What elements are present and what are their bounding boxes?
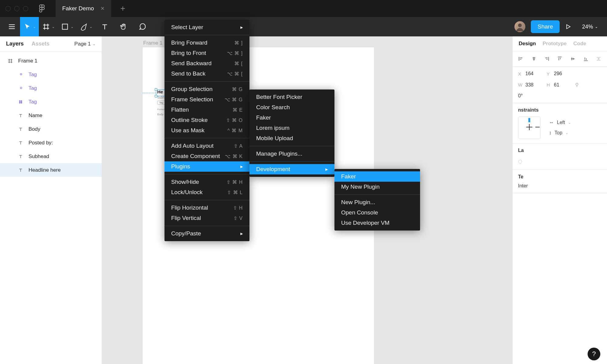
canvas-tag[interactable]: Tag xyxy=(157,101,165,105)
layer-section: La ◌ xyxy=(513,143,607,170)
menu-item-bring-forward[interactable]: Bring Forward⌘ ] xyxy=(164,38,249,48)
menu-item-new-plugin[interactable]: New Plugin... xyxy=(334,197,420,207)
menu-item-mask[interactable]: Use as Mask^ ⌘ M xyxy=(164,125,249,136)
menu-item-bring-front[interactable]: Bring to Front⌥ ⌘ ] xyxy=(164,48,249,58)
menu-item-development[interactable]: Development▶ xyxy=(249,164,334,174)
chevron-down-icon: ⌄ xyxy=(90,25,92,29)
help-button[interactable]: ? xyxy=(588,348,600,360)
menu-item-dev-vm[interactable]: Use Developer VM xyxy=(334,218,420,228)
prop-h-value[interactable]: 61 xyxy=(554,82,575,88)
menu-item-auto-layout[interactable]: Add Auto Layout⇧ A xyxy=(164,141,249,151)
menu-item-manage-plugins[interactable]: Manage Plugins... xyxy=(249,149,334,159)
constraint-box[interactable] xyxy=(518,116,541,139)
tab-design[interactable]: Design xyxy=(519,41,536,47)
transform-properties: X 164 Y 296 W 338 H 61 ⚲ R 0° xyxy=(513,67,607,103)
align-bottom-icon[interactable] xyxy=(583,56,589,62)
canvas-text-posted[interactable]: Posted xyxy=(157,108,165,111)
figma-logo-icon[interactable] xyxy=(39,4,45,13)
menu-item-lock[interactable]: Lock/Unlock⇧ ⌘ L xyxy=(164,187,249,197)
menu-item-send-backward[interactable]: Send Backward⌘ [ xyxy=(164,58,249,69)
share-button[interactable]: Share xyxy=(531,20,560,33)
constraint-h-select[interactable]: ↔Left ⌄ xyxy=(549,120,571,125)
menu-item-plugin[interactable]: Color Search xyxy=(249,102,334,113)
main-menu-button[interactable] xyxy=(4,17,20,36)
new-tab-button[interactable]: + xyxy=(120,4,125,13)
align-right-icon[interactable] xyxy=(544,56,550,62)
layer-row-text[interactable]: Subhead xyxy=(0,150,102,163)
zoom-control[interactable]: 24% ⌄ xyxy=(577,24,603,30)
align-hcenter-icon[interactable] xyxy=(531,56,537,62)
resize-handle[interactable] xyxy=(155,95,157,97)
layer-row-text[interactable]: Body xyxy=(0,122,102,136)
blend-icon[interactable]: ◌ xyxy=(518,158,522,164)
align-top-icon[interactable] xyxy=(557,56,563,62)
canvas-text-body[interactable]: Body xyxy=(157,113,164,116)
menu-item-plugin[interactable]: Faker xyxy=(249,113,334,123)
prop-x-value[interactable]: 164 xyxy=(525,71,547,76)
text-section: Te Inter xyxy=(513,170,607,193)
svg-rect-6 xyxy=(21,102,22,103)
shape-tool[interactable]: ⌄ xyxy=(58,17,76,36)
align-vcenter-icon[interactable] xyxy=(570,56,576,62)
layer-row-frame[interactable]: Frame 1 xyxy=(0,54,102,68)
link-wh-icon[interactable]: ⚲ xyxy=(575,82,587,88)
tab-layers[interactable]: Layers xyxy=(6,41,24,47)
menu-item-outline[interactable]: Outline Stroke⇧ ⌘ O xyxy=(164,115,249,125)
menu-item-dev-plugin[interactable]: Faker xyxy=(334,171,420,182)
constraint-v-select[interactable]: ↕Top ⌄ xyxy=(549,130,571,136)
user-avatar[interactable] xyxy=(514,21,525,32)
menu-item-plugins[interactable]: Plugins▶ xyxy=(164,161,249,172)
menu-item-copy-paste[interactable]: Copy/Paste▶ xyxy=(164,228,249,239)
frame-label[interactable]: Frame 1 xyxy=(143,40,162,46)
menu-item-plugin[interactable]: Lorem ipsum xyxy=(249,123,334,133)
menu-item-plugin[interactable]: Better Font Picker xyxy=(249,92,334,102)
component-icon xyxy=(17,85,24,92)
menu-item-send-back[interactable]: Send to Back⌥ ⌘ [ xyxy=(164,69,249,79)
prop-w-value[interactable]: 338 xyxy=(525,82,547,88)
maximize-window-icon[interactable] xyxy=(23,6,28,11)
text-tool[interactable] xyxy=(95,17,114,36)
menu-item-select-layer[interactable]: Select Layer▶ xyxy=(164,22,249,32)
menu-item-plugin[interactable]: Mobile Upload xyxy=(249,133,334,143)
menu-item-group[interactable]: Group Selection⌘ G xyxy=(164,84,249,94)
layer-row-component[interactable]: Tag xyxy=(0,81,102,95)
layer-row-text[interactable]: Name xyxy=(0,109,102,122)
layer-row-component[interactable]: Tag xyxy=(0,95,102,109)
comment-tool[interactable] xyxy=(133,17,152,36)
canvas[interactable]: Frame 1 He Subh Tag Posted Body xyxy=(102,36,512,364)
menu-item-frame-sel[interactable]: Frame Selection⌥ ⌘ G xyxy=(164,94,249,105)
document-tab[interactable]: Faker Demo × xyxy=(56,0,111,17)
menu-item-create-component[interactable]: Create Component⌥ ⌘ K xyxy=(164,151,249,161)
menu-item-flip-v[interactable]: Flip Vertical⇧ V xyxy=(164,213,249,223)
canvas-text-subhead[interactable]: Subh xyxy=(157,96,164,99)
font-family[interactable]: Inter xyxy=(518,183,602,189)
frame-tool[interactable]: ⌄ xyxy=(39,17,58,36)
prop-y-value[interactable]: 296 xyxy=(554,71,575,76)
close-tab-icon[interactable]: × xyxy=(101,5,105,12)
page-selector[interactable]: Page 1 ⌄ xyxy=(74,41,96,47)
close-window-icon[interactable] xyxy=(5,6,11,11)
distribute-icon[interactable] xyxy=(596,56,602,62)
menu-item-flip-h[interactable]: Flip Horizontal⇧ H xyxy=(164,203,249,213)
move-tool[interactable]: ⌄ xyxy=(20,17,39,36)
menu-item-dev-plugin[interactable]: My New Plugin xyxy=(334,182,420,192)
canvas-text-headline[interactable]: He xyxy=(157,89,163,94)
layer-row-text[interactable]: Posted by: xyxy=(0,136,102,150)
pen-tool[interactable]: ⌄ xyxy=(76,17,95,36)
layer-row-text[interactable]: Headline here xyxy=(0,163,102,177)
menu-item-flatten[interactable]: Flatten⌘ E xyxy=(164,105,249,115)
window-titlebar: Faker Demo × + xyxy=(0,0,607,17)
minimize-window-icon[interactable] xyxy=(14,6,19,11)
layer-row-component[interactable]: Tag xyxy=(0,68,102,81)
align-left-icon[interactable] xyxy=(518,56,524,62)
tab-code[interactable]: Code xyxy=(573,41,586,47)
tab-assets[interactable]: Assets xyxy=(32,41,49,47)
alignment-row xyxy=(513,51,607,67)
present-button[interactable] xyxy=(560,24,577,30)
menu-item-show-hide[interactable]: Show/Hide⇧ ⌘ H xyxy=(164,177,249,187)
hand-tool[interactable] xyxy=(114,17,133,36)
menu-item-open-console[interactable]: Open Console xyxy=(334,207,420,218)
tab-prototype[interactable]: Prototype xyxy=(543,41,567,47)
resize-handle[interactable] xyxy=(155,88,157,91)
prop-r-value[interactable]: 0° xyxy=(518,93,547,99)
